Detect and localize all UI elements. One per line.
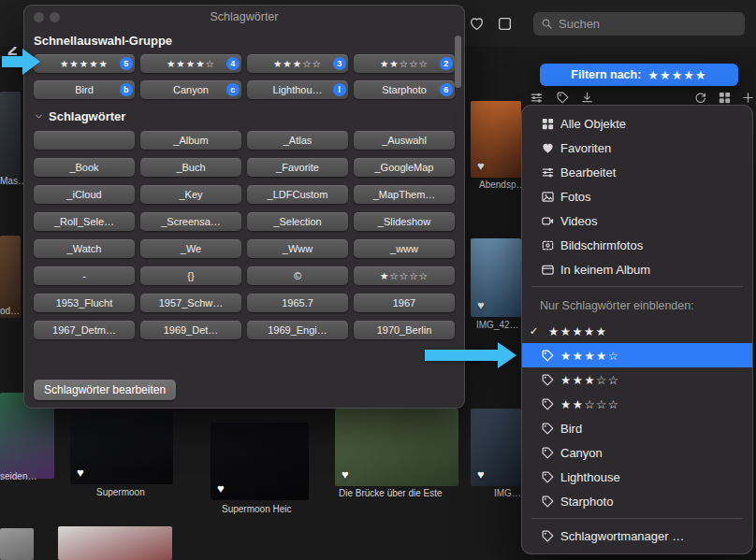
filter-dropdown-menu: Alle ObjekteFavoritenBearbeitetFotosVide…	[521, 105, 753, 554]
grid-icon[interactable]	[718, 91, 732, 105]
keyword-label: _iCloud	[66, 189, 101, 200]
menu-item-rating-4-star[interactable]: ★★★★☆	[522, 343, 752, 367]
keyword-button[interactable]: _Favorite	[247, 158, 348, 177]
keyword-label: _We	[181, 243, 201, 254]
keyword-button[interactable]: _Key	[140, 185, 241, 204]
menu-item-label: Bird	[560, 422, 582, 436]
keyword-button[interactable]: _www	[354, 239, 455, 258]
photo-thumbnail[interactable]	[0, 92, 21, 185]
keyword-button[interactable]: _Book	[34, 158, 135, 177]
keyword-button[interactable]: _LDFCustom	[247, 185, 348, 204]
tag-icon	[540, 470, 555, 484]
search-input[interactable]: Suchen	[533, 12, 745, 36]
menu-item-bildschirmfotos[interactable]: Bildschirmfotos	[522, 233, 752, 257]
keyword-button[interactable]: _iCloud	[34, 185, 135, 204]
sync-icon[interactable]	[693, 91, 707, 105]
keyword-button[interactable]: {}	[140, 266, 241, 285]
menu-item-alle-objekte[interactable]: Alle Objekte	[522, 111, 752, 136]
menu-item-videos[interactable]: Videos	[522, 208, 752, 233]
keyword-button[interactable]: _Selection	[247, 212, 348, 231]
photo-thumbnail[interactable]: ♥	[471, 238, 521, 317]
keyword-button[interactable]: 1969_Det…	[140, 321, 241, 339]
minimize-button[interactable]	[50, 12, 60, 22]
keyword-label: ©	[294, 270, 301, 281]
keyword-button[interactable]: _GoogleMap	[354, 158, 455, 177]
keyword-button[interactable]: _MapThem…	[354, 185, 455, 204]
menu-separator	[531, 286, 743, 287]
quick-keyword-button[interactable]: ★★★☆☆3	[247, 54, 348, 73]
keyword-button[interactable]: _We	[140, 239, 241, 258]
close-button[interactable]	[34, 12, 44, 22]
keyword-button[interactable]: -	[34, 266, 135, 285]
menu-item-bird[interactable]: Bird	[522, 416, 752, 440]
keyword-button[interactable]: 1967	[354, 294, 455, 312]
keyword-label: _Auswahl	[382, 135, 427, 146]
keyword-button[interactable]: _Screensa…	[140, 212, 241, 231]
menu-item-starphoto[interactable]: Starphoto	[522, 489, 752, 513]
sliders-icon	[540, 165, 555, 179]
keyword-button[interactable]: 1969_Engi…	[247, 321, 348, 339]
frame-icon[interactable]	[497, 16, 513, 32]
panel-titlebar[interactable]: Schlagwörter	[24, 6, 464, 28]
menu-item-fotos[interactable]: Fotos	[522, 184, 752, 208]
quick-keyword-button[interactable]: Birdb	[34, 80, 135, 99]
photo-thumbnail[interactable]	[0, 528, 34, 560]
favorite-heart-icon[interactable]	[469, 16, 485, 32]
menu-item-rating-5-star[interactable]: ✓★★★★★	[522, 319, 752, 343]
quick-keyword-button[interactable]: Lighthou…l	[247, 80, 348, 99]
quick-keyword-button[interactable]: ★★☆☆☆2	[354, 54, 455, 73]
shortcut-badge: 5	[120, 57, 133, 70]
keywords-section-header[interactable]: Schlagwörter	[34, 109, 464, 123]
menu-item-rating-2-star[interactable]: ★★☆☆☆	[522, 392, 752, 416]
keyword-button[interactable]: _Auswahl	[354, 131, 455, 150]
keyword-button[interactable]: 1967_Detm…	[34, 321, 135, 339]
quick-keyword-button[interactable]: ★★★★☆4	[140, 54, 241, 73]
edit-keywords-button[interactable]: Schlagwörter bearbeiten	[34, 380, 176, 400]
keyword-button[interactable]: _Slideshow	[354, 212, 455, 231]
keyword-button[interactable]: _Album	[140, 131, 241, 150]
filter-label: Filtern nach:	[571, 68, 641, 81]
keyword-button[interactable]: ©	[247, 266, 348, 285]
menu-item-canyon[interactable]: Canyon	[522, 440, 752, 465]
menu-item-lighthouse[interactable]: Lighthouse	[522, 465, 752, 489]
photo-thumbnail[interactable]: ♥	[335, 409, 458, 486]
download-icon[interactable]	[580, 91, 594, 105]
keyword-button[interactable]: _Www	[247, 239, 348, 258]
keyword-label: _LDFCustom	[268, 189, 328, 200]
keyword-button[interactable]: _Roll_Sele…	[34, 212, 135, 231]
menu-item-schlagwortmanager[interactable]: Schlagwortmanager …	[522, 524, 752, 548]
favorite-heart-icon: ♥	[477, 160, 485, 172]
sliders-icon[interactable]	[530, 91, 544, 105]
keyword-button[interactable]: 1957_Schw…	[140, 294, 241, 312]
keyword-button[interactable]: _Atlas	[247, 131, 348, 150]
keyword-button[interactable]: _Watch	[34, 239, 135, 258]
photo-thumbnail[interactable]	[58, 526, 172, 560]
menu-item-rating-3-star[interactable]: ★★★☆☆	[522, 367, 752, 392]
quick-keyword-button[interactable]: Starphoto6	[354, 80, 455, 99]
photo-title: IMG…	[494, 488, 521, 498]
menu-item-bearbeitet[interactable]: Bearbeitet	[522, 160, 752, 184]
shortcut-badge: b	[120, 83, 133, 96]
tag-icon	[540, 349, 555, 363]
quick-keyword-button[interactable]: Canyonc	[140, 80, 241, 99]
shortcut-badge: c	[226, 83, 240, 96]
scrollbar-thumb[interactable]	[455, 36, 461, 88]
keyword-button[interactable]: 1953_Flucht	[34, 294, 135, 312]
tag-icon[interactable]	[556, 91, 570, 105]
photo-thumbnail[interactable]: ♥	[70, 411, 173, 484]
keyword-button[interactable]	[34, 131, 135, 150]
photo-thumbnail[interactable]: ♥	[211, 423, 309, 500]
menu-item-favoriten[interactable]: Favoriten	[522, 136, 752, 160]
keyword-button[interactable]: 1970_Berlin	[354, 321, 455, 339]
photo-thumbnail[interactable]: ♥	[471, 409, 521, 486]
keyword-button[interactable]: _Buch	[140, 158, 241, 177]
filter-by-button[interactable]: Filtern nach: ★★★★★	[540, 64, 738, 86]
keyword-button[interactable]: 1965.7	[247, 294, 348, 312]
menu-item-in-keinem-album[interactable]: In keinem Album	[522, 257, 752, 281]
plus-icon[interactable]	[741, 91, 755, 105]
photo-thumbnail[interactable]: ♥	[471, 101, 521, 178]
quick-keyword-button[interactable]: ★★★★★5	[34, 54, 135, 73]
shortcut-badge: l	[333, 83, 346, 96]
keyword-button[interactable]: ★☆☆☆☆	[354, 266, 455, 285]
menu-item-label: Videos	[560, 214, 598, 228]
